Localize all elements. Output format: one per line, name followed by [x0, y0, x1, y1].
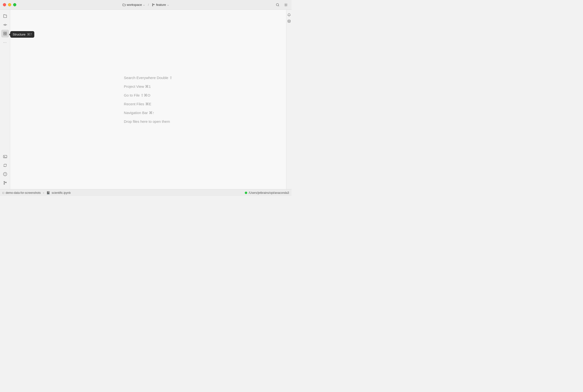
sidebar-more-icon[interactable]: ···: [1, 38, 9, 46]
title-bar: workspace ⌄ / feature ⌄: [0, 0, 292, 10]
title-bar-right: [275, 2, 289, 8]
traffic-lights: [3, 3, 16, 6]
path-separator: /: [148, 3, 149, 6]
workspace-chevron: ⌄: [143, 3, 145, 6]
sidebar-bottom: [1, 153, 9, 187]
sidebar-git-icon[interactable]: [1, 179, 9, 187]
svg-rect-10: [4, 34, 5, 35]
settings-button[interactable]: [283, 2, 289, 8]
left-sidebar: ···: [0, 10, 10, 189]
hint-text-5: Drop files here to open them: [124, 120, 170, 124]
workspace-button[interactable]: workspace ⌄: [121, 2, 147, 7]
status-right: /Users/jetbrains/opt/anaconda3: [245, 191, 289, 194]
hint-recent-files: Recent Files ⌘E: [124, 102, 173, 106]
hint-text-1: Project View ⌘1: [124, 84, 151, 89]
right-notifications-icon[interactable]: [286, 12, 292, 18]
status-file[interactable]: scientific.ipynb: [52, 191, 71, 194]
svg-point-5: [5, 24, 6, 25]
right-database-icon[interactable]: [286, 18, 292, 24]
hint-text-3: Recent Files ⌘E: [124, 102, 151, 106]
hint-text-2: Go to File ⇧⌘O: [124, 93, 150, 98]
branch-button[interactable]: feature ⌄: [150, 2, 171, 7]
status-left: □ demo-data-for-screenshots › 📓 scientif…: [3, 191, 71, 194]
minimize-button[interactable]: [8, 3, 11, 6]
interpreter-status-dot: [245, 192, 247, 194]
close-button[interactable]: [3, 3, 6, 6]
title-bar-center: workspace ⌄ / feature ⌄: [121, 2, 171, 7]
status-folder-icon: □: [3, 191, 4, 194]
search-everywhere-button[interactable]: [275, 2, 280, 8]
hint-navigation-bar: Navigation Bar ⌘↑: [124, 111, 173, 115]
main-content: Search Everywhere Double ⇧ Project View …: [10, 10, 286, 189]
sidebar-refresh-icon[interactable]: [1, 162, 9, 169]
sidebar-terminal-icon[interactable]: [1, 153, 9, 160]
hint-drop-files: Drop files here to open them: [124, 120, 173, 124]
hint-go-to-file: Go to File ⇧⌘O: [124, 93, 173, 98]
sidebar-problems-icon[interactable]: [1, 170, 9, 178]
maximize-button[interactable]: [13, 3, 16, 6]
hint-search-everywhere: Search Everywhere Double ⇧: [124, 76, 173, 80]
hint-text-0: Search Everywhere Double ⇧: [124, 76, 173, 80]
sidebar-commit-icon[interactable]: [1, 21, 9, 29]
git-icon: [152, 3, 155, 6]
svg-rect-8: [4, 32, 5, 33]
breadcrumb-separator: ›: [43, 191, 44, 194]
svg-point-4: [285, 4, 286, 5]
status-bar: □ demo-data-for-screenshots › 📓 scientif…: [0, 189, 292, 196]
svg-point-19: [288, 20, 290, 21]
status-project[interactable]: demo-data-for-screenshots: [6, 191, 41, 194]
branch-chevron: ⌄: [167, 3, 169, 6]
status-file-icon: 📓: [47, 191, 50, 194]
main-layout: ···: [0, 10, 292, 189]
workspace-label: workspace: [127, 3, 142, 6]
svg-point-15: [5, 175, 5, 175]
hint-text-4: Navigation Bar ⌘↑: [124, 111, 154, 115]
sidebar-structure-icon[interactable]: [1, 30, 9, 38]
hint-list: Search Everywhere Double ⇧ Project View …: [124, 76, 173, 124]
status-interpreter[interactable]: /Users/jetbrains/opt/anaconda3: [249, 191, 289, 194]
sidebar-project-icon[interactable]: [1, 12, 9, 20]
folder-icon: [122, 3, 126, 6]
svg-rect-11: [5, 34, 6, 35]
svg-rect-9: [5, 32, 6, 33]
hint-project-view: Project View ⌘1: [124, 84, 173, 89]
branch-label: feature: [156, 3, 166, 6]
right-sidebar: [286, 10, 292, 189]
